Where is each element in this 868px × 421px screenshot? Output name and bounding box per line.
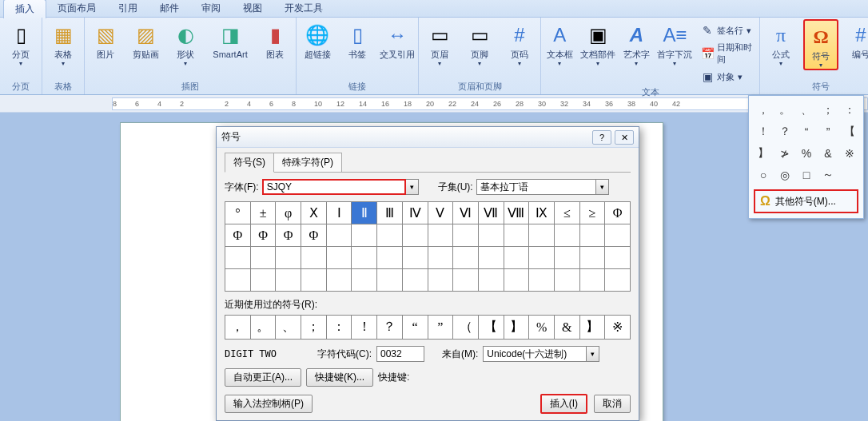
textbox-button[interactable]: A文本框▾ bbox=[544, 19, 575, 67]
char-cell[interactable] bbox=[428, 269, 454, 292]
char-cell[interactable] bbox=[428, 224, 454, 247]
char-cell[interactable] bbox=[251, 269, 277, 292]
char-cell[interactable]: Ⅷ bbox=[504, 202, 530, 224]
char-cell[interactable] bbox=[605, 269, 631, 292]
char-cell[interactable] bbox=[428, 247, 454, 269]
recent-char-cell[interactable]: 】 bbox=[504, 316, 530, 340]
picture-button[interactable]: ▧图片 bbox=[88, 19, 123, 60]
symbol-grid-item[interactable]: ※ bbox=[840, 144, 859, 163]
crossref-button[interactable]: ↔交叉引用 bbox=[380, 19, 415, 60]
recent-char-cell[interactable]: ， bbox=[225, 316, 251, 340]
subset-input[interactable] bbox=[476, 179, 596, 195]
quickparts-button[interactable]: ▣文档部件▾ bbox=[580, 19, 617, 67]
char-cell[interactable] bbox=[301, 269, 327, 292]
char-cell[interactable] bbox=[352, 247, 377, 269]
shortcut-button[interactable]: 快捷键(K)... bbox=[306, 368, 373, 387]
recent-char-cell[interactable]: （ bbox=[453, 316, 479, 340]
char-cell[interactable] bbox=[453, 224, 479, 247]
recent-char-cell[interactable]: 、 bbox=[276, 316, 301, 340]
char-cell[interactable] bbox=[377, 269, 403, 292]
char-cell[interactable] bbox=[555, 224, 580, 247]
symbol-grid-item[interactable]: % bbox=[797, 144, 816, 163]
recent-char-cell[interactable]: ； bbox=[301, 316, 327, 340]
footer-button[interactable]: ▭页脚▾ bbox=[462, 19, 497, 67]
char-cell[interactable]: ≥ bbox=[580, 202, 606, 224]
char-cell[interactable] bbox=[580, 247, 606, 269]
recent-char-cell[interactable]: & bbox=[555, 316, 580, 340]
tab-mail[interactable]: 邮件 bbox=[149, 0, 190, 18]
char-cell[interactable] bbox=[403, 247, 428, 269]
table-button[interactable]: ▦ 表格 ▾ bbox=[46, 19, 81, 67]
symbol-grid-item[interactable]: ～ bbox=[818, 165, 838, 185]
symbol-grid-item[interactable]: ○ bbox=[754, 165, 773, 185]
insert-button[interactable]: 插入(I) bbox=[540, 394, 587, 414]
dropdown-icon[interactable]: ▾ bbox=[587, 346, 599, 362]
font-input[interactable] bbox=[262, 179, 406, 195]
symbol-grid-item[interactable]: ” bbox=[818, 122, 838, 141]
char-cell[interactable]: φ bbox=[276, 202, 301, 224]
char-cell[interactable] bbox=[327, 269, 352, 292]
hyperlink-button[interactable]: 🌐超链接 bbox=[300, 19, 335, 60]
close-button[interactable]: ✕ bbox=[615, 130, 634, 145]
tab-layout[interactable]: 页面布局 bbox=[46, 0, 107, 18]
autocorrect-button[interactable]: 自动更正(A)... bbox=[225, 368, 301, 387]
char-cell[interactable] bbox=[555, 247, 580, 269]
char-cell[interactable]: Φ bbox=[251, 224, 277, 247]
char-cell[interactable] bbox=[479, 224, 504, 247]
char-cell[interactable] bbox=[479, 269, 504, 292]
char-cell[interactable] bbox=[225, 269, 251, 292]
char-cell[interactable]: Φ bbox=[301, 224, 327, 247]
char-cell[interactable] bbox=[403, 269, 428, 292]
wordart-button[interactable]: A艺术字▾ bbox=[621, 19, 652, 67]
char-cell[interactable] bbox=[301, 247, 327, 269]
page-break-button[interactable]: ▯ 分页 ▾ bbox=[3, 19, 38, 67]
char-cell[interactable] bbox=[403, 224, 428, 247]
char-cell[interactable]: ≤ bbox=[555, 202, 580, 224]
char-cell[interactable]: Ⅶ bbox=[479, 202, 504, 224]
char-cell[interactable] bbox=[555, 269, 580, 292]
char-cell[interactable]: Ⅰ bbox=[327, 202, 352, 224]
char-cell[interactable] bbox=[276, 247, 301, 269]
char-cell[interactable] bbox=[276, 269, 301, 292]
header-button[interactable]: ▭页眉▾ bbox=[422, 19, 457, 67]
char-cell[interactable] bbox=[605, 224, 631, 247]
char-cell[interactable] bbox=[580, 224, 606, 247]
code-input[interactable] bbox=[376, 346, 424, 362]
smartart-button[interactable]: ◨SmartArt bbox=[208, 19, 253, 60]
clipart-button[interactable]: ▨剪贴画 bbox=[128, 19, 163, 60]
char-cell[interactable]: Φ bbox=[225, 224, 251, 247]
symbol-grid-item[interactable]: □ bbox=[797, 165, 816, 185]
char-cell[interactable] bbox=[352, 269, 377, 292]
symbol-grid-item[interactable]: ； bbox=[818, 101, 838, 120]
char-cell[interactable] bbox=[453, 247, 479, 269]
char-cell[interactable] bbox=[605, 247, 631, 269]
signature-line[interactable]: ✎签名行 ▾ bbox=[698, 22, 756, 38]
recent-char-cell[interactable]: ※ bbox=[605, 316, 631, 340]
char-cell[interactable]: Ⅱ bbox=[352, 202, 377, 224]
dropdown-icon[interactable]: ▾ bbox=[406, 179, 419, 195]
more-symbols-item[interactable]: Ω 其他符号(M)... bbox=[754, 189, 858, 213]
symbol-button[interactable]: Ω符号▾ bbox=[803, 19, 838, 70]
tab-symbols[interactable]: 符号(S) bbox=[225, 153, 274, 173]
char-cell[interactable] bbox=[529, 247, 555, 269]
equation-button[interactable]: π公式▾ bbox=[763, 19, 798, 67]
char-cell[interactable] bbox=[352, 224, 377, 247]
font-combo[interactable]: ▾ bbox=[262, 179, 419, 195]
symbol-grid-item[interactable]: ： bbox=[840, 101, 859, 120]
recent-char-cell[interactable]: ！ bbox=[352, 316, 377, 340]
symbol-grid-item[interactable]: ◎ bbox=[775, 165, 794, 185]
symbol-grid-item[interactable]: 。 bbox=[775, 101, 794, 120]
recent-char-cell[interactable]: % bbox=[529, 316, 555, 340]
char-cell[interactable] bbox=[377, 247, 403, 269]
symbol-grid-item[interactable]: ≯ bbox=[775, 144, 794, 163]
tab-special-chars[interactable]: 特殊字符(P) bbox=[273, 153, 342, 173]
char-cell[interactable] bbox=[453, 269, 479, 292]
recent-char-cell[interactable]: 】 bbox=[580, 316, 606, 340]
tab-insert[interactable]: 插入 bbox=[3, 0, 46, 18]
symbol-grid-item[interactable]: “ bbox=[797, 122, 816, 141]
recent-char-cell[interactable]: 。 bbox=[251, 316, 277, 340]
char-cell[interactable] bbox=[327, 224, 352, 247]
char-cell[interactable] bbox=[529, 269, 555, 292]
from-combo[interactable]: ▾ bbox=[483, 346, 599, 362]
symbol-grid-item[interactable]: ！ bbox=[754, 122, 773, 141]
